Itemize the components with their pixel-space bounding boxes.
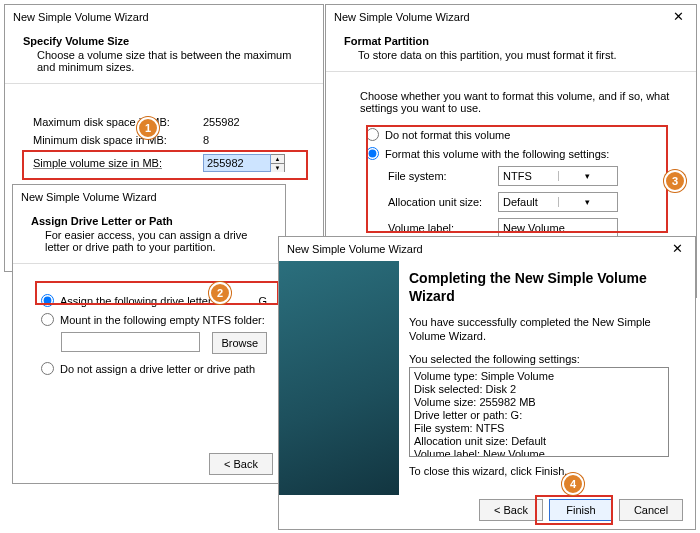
badge-4: 4 xyxy=(562,473,584,495)
radio-mount-folder[interactable]: Mount in the following empty NTFS folder… xyxy=(41,313,267,326)
header-subtitle: Choose a volume size that is between the… xyxy=(23,49,309,73)
dialog-header: Format Partition To store data on this p… xyxy=(326,29,696,72)
wizard-graphic xyxy=(279,261,399,495)
window-title: New Simple Volume Wizard xyxy=(287,243,423,255)
callout-1 xyxy=(22,150,308,180)
dialog-header: Assign Drive Letter or Path For easier a… xyxy=(13,209,285,264)
dialog-drive-letter: New Simple Volume Wizard Assign Drive Le… xyxy=(12,184,286,484)
callout-3 xyxy=(366,125,668,233)
badge-3: 3 xyxy=(664,170,686,192)
dialog-header: Specify Volume Size Choose a volume size… xyxy=(5,29,323,84)
close-instruction: To close this wizard, click Finish. xyxy=(409,465,681,477)
header-subtitle: To store data on this partition, you mus… xyxy=(344,49,682,61)
close-icon[interactable]: ✕ xyxy=(660,5,696,29)
badge-1: 1 xyxy=(137,117,159,139)
window-title: New Simple Volume Wizard xyxy=(13,11,149,23)
close-icon[interactable]: ✕ xyxy=(659,237,695,261)
window-title: New Simple Volume Wizard xyxy=(334,11,470,23)
min-space-value: 8 xyxy=(203,134,283,146)
header-title: Specify Volume Size xyxy=(23,35,309,47)
radio-no-assign-label: Do not assign a drive letter or drive pa… xyxy=(60,363,255,375)
callout-4 xyxy=(535,495,613,525)
max-space-value: 255982 xyxy=(203,116,283,128)
titlebar: New Simple Volume Wizard ✕ xyxy=(326,5,696,29)
back-button[interactable]: < Back xyxy=(479,499,543,521)
completing-header: Completing the New Simple Volume Wizard xyxy=(409,269,681,305)
badge-2: 2 xyxy=(209,282,231,304)
titlebar: New Simple Volume Wizard xyxy=(13,185,285,209)
format-question: Choose whether you want to format this v… xyxy=(360,90,678,114)
selected-label: You selected the following settings: xyxy=(409,353,681,365)
mount-path-input[interactable] xyxy=(61,332,200,352)
radio-mount-folder-input[interactable] xyxy=(41,313,54,326)
callout-2 xyxy=(35,281,279,305)
header-title: Assign Drive Letter or Path xyxy=(31,215,271,227)
window-title: New Simple Volume Wizard xyxy=(21,191,157,203)
titlebar: New Simple Volume Wizard ✕ xyxy=(279,237,695,261)
radio-no-assign[interactable]: Do not assign a drive letter or drive pa… xyxy=(41,362,267,375)
summary-list[interactable]: Volume type: Simple Volume Disk selected… xyxy=(409,367,669,457)
success-text: You have successfully completed the New … xyxy=(409,315,681,343)
radio-mount-folder-label: Mount in the following empty NTFS folder… xyxy=(60,314,265,326)
max-space-label: Maximum disk space in MB: xyxy=(33,116,203,128)
header-title: Format Partition xyxy=(344,35,682,47)
browse-button[interactable]: Browse xyxy=(212,332,267,354)
radio-no-assign-input[interactable] xyxy=(41,362,54,375)
dialog-completing: New Simple Volume Wizard ✕ Completing th… xyxy=(278,236,696,530)
titlebar: New Simple Volume Wizard xyxy=(5,5,323,29)
min-space-label: Minimum disk space in MB: xyxy=(33,134,203,146)
cancel-button[interactable]: Cancel xyxy=(619,499,683,521)
header-subtitle: For easier access, you can assign a driv… xyxy=(31,229,271,253)
button-row: < Back xyxy=(203,453,273,475)
back-button[interactable]: < Back xyxy=(209,453,273,475)
